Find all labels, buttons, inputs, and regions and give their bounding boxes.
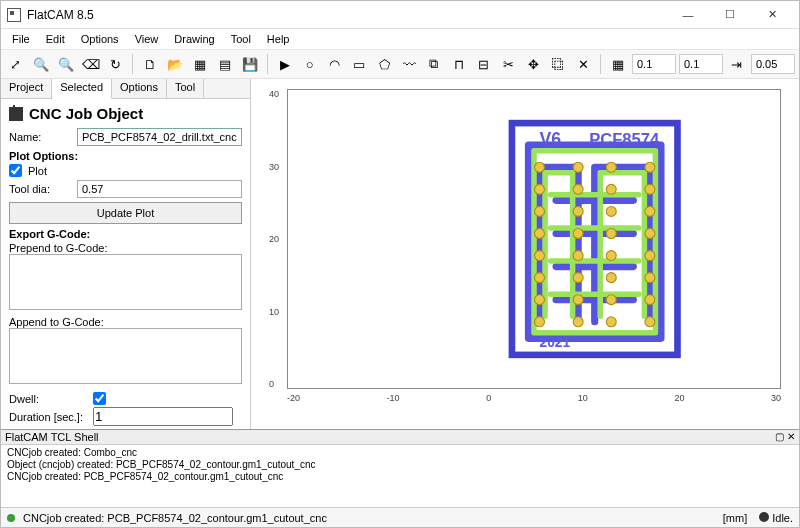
menu-edit[interactable]: Edit bbox=[39, 31, 72, 47]
status-dot-icon bbox=[7, 514, 15, 522]
close-button[interactable]: ✕ bbox=[751, 3, 793, 27]
svg-point-11 bbox=[573, 273, 583, 283]
replot-icon[interactable]: ↻ bbox=[105, 53, 127, 75]
grid-toggle-icon[interactable]: ▦ bbox=[607, 53, 629, 75]
svg-point-12 bbox=[573, 251, 583, 261]
duration-input[interactable] bbox=[93, 407, 233, 426]
select-icon[interactable]: ▶ bbox=[274, 53, 296, 75]
silk-top1: V6 bbox=[540, 129, 562, 149]
svg-point-2 bbox=[535, 295, 545, 305]
tab-tool[interactable]: Tool bbox=[167, 79, 204, 98]
zoom-in-icon[interactable]: 🔍 bbox=[30, 53, 52, 75]
draw-dim-icon[interactable]: ⇥ bbox=[726, 53, 748, 75]
plot-checkbox[interactable] bbox=[9, 164, 22, 177]
export-gcode-title: Export G-Code: bbox=[9, 228, 242, 240]
menu-view[interactable]: View bbox=[128, 31, 166, 47]
prepend-label: Prepend to G-Code: bbox=[9, 242, 242, 254]
tab-options[interactable]: Options bbox=[112, 79, 167, 98]
save-icon[interactable]: 💾 bbox=[239, 53, 261, 75]
svg-point-10 bbox=[573, 295, 583, 305]
prepend-textarea[interactable] bbox=[9, 254, 242, 310]
svg-point-6 bbox=[535, 206, 545, 216]
svg-point-20 bbox=[606, 251, 616, 261]
draw-dim-input[interactable] bbox=[751, 54, 795, 74]
grid-y-input[interactable] bbox=[679, 54, 723, 74]
tab-project[interactable]: Project bbox=[1, 79, 52, 98]
cut-icon[interactable]: ✂ bbox=[498, 53, 520, 75]
side-tabs: Project Selected Options Tool bbox=[1, 79, 250, 99]
duration-label: Duration [sec.]: bbox=[9, 411, 83, 423]
svg-point-3 bbox=[535, 273, 545, 283]
subtract-icon[interactable]: ⊟ bbox=[473, 53, 495, 75]
zoom-fit-icon[interactable]: ⤢ bbox=[5, 53, 27, 75]
menu-help[interactable]: Help bbox=[260, 31, 297, 47]
silk-top2: PCF8574 bbox=[589, 130, 660, 149]
svg-point-16 bbox=[573, 162, 583, 172]
circle-icon[interactable]: ○ bbox=[299, 53, 321, 75]
svg-point-30 bbox=[645, 206, 655, 216]
name-input[interactable] bbox=[77, 128, 242, 146]
menu-tool[interactable]: Tool bbox=[224, 31, 258, 47]
svg-point-23 bbox=[606, 184, 616, 194]
menu-file[interactable]: File bbox=[5, 31, 37, 47]
svg-point-29 bbox=[645, 229, 655, 239]
append-textarea[interactable] bbox=[9, 328, 242, 384]
minimize-button[interactable]: — bbox=[667, 3, 709, 27]
svg-point-9 bbox=[573, 317, 583, 327]
plot-canvas[interactable]: V6 PCF8574 2021 010203040 -20-100102030 bbox=[251, 79, 799, 429]
svg-point-8 bbox=[535, 162, 545, 172]
app-logo-icon bbox=[7, 8, 21, 22]
toolbar: ⤢ 🔍 🔍 ⌫ ↻ 🗋 📂 ▦ ▤ 💾 ▶ ○ ◠ ▭ ⬠ 〰 ⧉ ⊓ ⊟ ✂ … bbox=[1, 49, 799, 79]
svg-point-19 bbox=[606, 273, 616, 283]
rect-icon[interactable]: ▭ bbox=[348, 53, 370, 75]
shell-output[interactable]: CNCjob created: Combo_cnc Object (cncjob… bbox=[1, 445, 799, 507]
maximize-button[interactable]: ☐ bbox=[709, 3, 751, 27]
window-title: FlatCAM 8.5 bbox=[27, 8, 667, 22]
arc-icon[interactable]: ◠ bbox=[324, 53, 346, 75]
y-axis: 010203040 bbox=[269, 89, 279, 389]
zoom-out-icon[interactable]: 🔍 bbox=[55, 53, 77, 75]
grid2-icon[interactable]: ▤ bbox=[214, 53, 236, 75]
silk-bot: 2021 bbox=[540, 335, 571, 350]
status-units: [mm] bbox=[723, 512, 747, 524]
status-idle: Idle. bbox=[772, 512, 793, 524]
name-label: Name: bbox=[9, 131, 71, 143]
union-icon[interactable]: ⧉ bbox=[423, 53, 445, 75]
new-icon[interactable]: 🗋 bbox=[139, 53, 161, 75]
svg-point-32 bbox=[645, 162, 655, 172]
object-heading: CNC Job Object bbox=[29, 105, 143, 122]
dwell-checkbox[interactable] bbox=[93, 392, 106, 405]
clear-plot-icon[interactable]: ⌫ bbox=[80, 53, 102, 75]
grid-x-input[interactable] bbox=[632, 54, 676, 74]
svg-point-27 bbox=[645, 273, 655, 283]
svg-point-26 bbox=[645, 295, 655, 305]
svg-point-28 bbox=[645, 251, 655, 261]
svg-point-4 bbox=[535, 251, 545, 261]
shell-controls[interactable]: ▢ ✕ bbox=[775, 431, 795, 443]
menu-drawing[interactable]: Drawing bbox=[167, 31, 221, 47]
copy-icon[interactable]: ⿻ bbox=[547, 53, 569, 75]
svg-point-14 bbox=[573, 206, 583, 216]
dwell-label: Dwell: bbox=[9, 393, 83, 405]
intersect-icon[interactable]: ⊓ bbox=[448, 53, 470, 75]
cncjob-icon bbox=[9, 107, 23, 121]
svg-point-5 bbox=[535, 229, 545, 239]
update-plot-button[interactable]: Update Plot bbox=[9, 202, 242, 224]
title-bar: FlatCAM 8.5 — ☐ ✕ bbox=[1, 1, 799, 29]
svg-point-25 bbox=[645, 317, 655, 327]
path-icon[interactable]: 〰 bbox=[398, 53, 420, 75]
delete-icon[interactable]: ✕ bbox=[572, 53, 594, 75]
menu-options[interactable]: Options bbox=[74, 31, 126, 47]
tooldia-input[interactable] bbox=[77, 180, 242, 198]
move-icon[interactable]: ✥ bbox=[523, 53, 545, 75]
plot-checkbox-label: Plot bbox=[28, 165, 47, 177]
tab-selected[interactable]: Selected bbox=[52, 79, 112, 99]
poly-icon[interactable]: ⬠ bbox=[373, 53, 395, 75]
plot-options-title: Plot Options: bbox=[9, 150, 242, 162]
shell-title: FlatCAM TCL Shell bbox=[5, 431, 99, 443]
svg-point-22 bbox=[606, 206, 616, 216]
svg-point-7 bbox=[535, 184, 545, 194]
open-icon[interactable]: 📂 bbox=[164, 53, 186, 75]
grid1-icon[interactable]: ▦ bbox=[189, 53, 211, 75]
svg-point-21 bbox=[606, 229, 616, 239]
